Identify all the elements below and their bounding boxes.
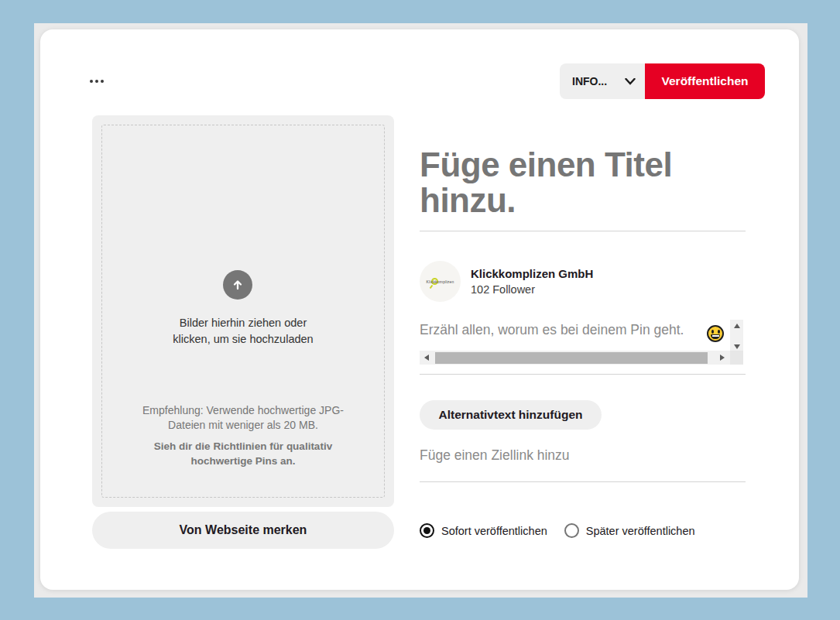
pin-builder-card: INFO... Veröffentlichen Bilder hierhin z… bbox=[40, 29, 799, 590]
avatar-logo-text: Klickkomplizen bbox=[427, 279, 454, 284]
upload-recommendation: Empfehlung: Verwende hochwertige JPG-Dat… bbox=[131, 403, 355, 433]
account-row: Klickkomplizen Klickkomplizen GmbH 102 F… bbox=[420, 261, 593, 302]
scroll-left-arrow-icon[interactable] bbox=[420, 351, 433, 365]
link-underline bbox=[420, 481, 746, 482]
publish-timing-options: Sofort veröffentlichen Später veröffentl… bbox=[420, 523, 695, 538]
scroll-right-arrow-icon[interactable] bbox=[716, 351, 729, 365]
add-alt-text-button[interactable]: Alternativtext hinzufügen bbox=[420, 400, 602, 430]
pin-details-form: Füge einen Titel hinzu. Klickkomplizen K… bbox=[420, 29, 746, 590]
scrollbar-corner bbox=[730, 351, 743, 365]
description-placeholder: Erzähl allen, worum es bei deinem Pin ge… bbox=[420, 322, 684, 338]
account-followers: 102 Follower bbox=[471, 282, 593, 297]
upload-arrow-icon bbox=[223, 270, 252, 300]
horizontal-scrollbar[interactable] bbox=[420, 351, 730, 365]
save-from-website-button[interactable]: Von Webseite merken bbox=[92, 512, 394, 549]
radio-circle-icon bbox=[564, 523, 579, 538]
more-options-button[interactable] bbox=[85, 72, 113, 91]
scroll-up-arrow-icon[interactable] bbox=[730, 320, 743, 331]
ellipsis-icon bbox=[90, 80, 93, 83]
dropzone-instruction: Bilder hierhin ziehen oder klicken, um s… bbox=[92, 315, 394, 348]
account-name: Klickkomplizen GmbH bbox=[471, 266, 593, 282]
title-underline bbox=[420, 231, 746, 231]
radio-publish-now[interactable]: Sofort veröffentlichen bbox=[420, 523, 547, 538]
description-input[interactable]: Erzähl allen, worum es bei deinem Pin ge… bbox=[420, 317, 743, 365]
ellipsis-icon bbox=[101, 80, 104, 83]
upload-guidelines-link[interactable]: Sieh dir die Richtlinien für qualitativ … bbox=[139, 439, 348, 468]
destination-link-input[interactable]: Füge einen Ziellink hinzu bbox=[420, 447, 570, 464]
title-input[interactable]: Füge einen Titel hinzu. bbox=[420, 147, 729, 218]
smiley-emoji-icon bbox=[707, 325, 724, 342]
vertical-scrollbar[interactable] bbox=[730, 320, 743, 352]
description-underline bbox=[420, 374, 746, 375]
emoji-picker-button[interactable] bbox=[707, 325, 725, 344]
avatar: Klickkomplizen bbox=[420, 261, 461, 302]
ellipsis-icon bbox=[95, 80, 98, 83]
radio-publish-later[interactable]: Später veröffentlichen bbox=[564, 523, 695, 538]
horizontal-scrollbar-thumb[interactable] bbox=[435, 352, 708, 364]
radio-circle-icon bbox=[420, 523, 434, 538]
avatar-logo-magnifier-handle bbox=[430, 285, 434, 289]
image-upload-dropzone[interactable]: Bilder hierhin ziehen oder klicken, um s… bbox=[92, 115, 394, 507]
page-background: INFO... Veröffentlichen Bilder hierhin z… bbox=[34, 23, 807, 598]
